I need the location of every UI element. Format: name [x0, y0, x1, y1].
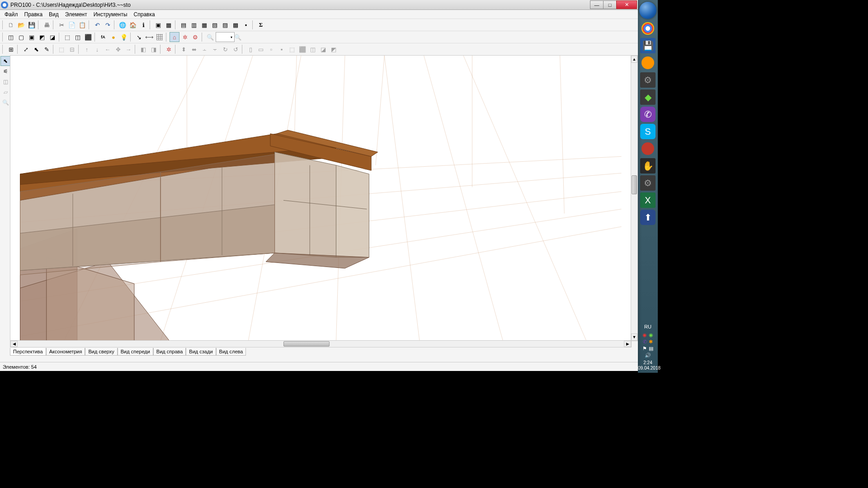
tray-icon[interactable]: ◉ — [642, 332, 647, 338]
scroll-right-button[interactable]: ▶ — [624, 341, 631, 347]
solid2-button[interactable]: ◪ — [47, 32, 57, 42]
paste-button[interactable]: 📋 — [77, 20, 87, 30]
taskbar-app-red-icon[interactable] — [640, 141, 656, 156]
tab-top[interactable]: Вид сверху — [85, 348, 117, 356]
box3-button[interactable]: ⬛ — [83, 32, 93, 42]
taskbar-up-icon[interactable]: ⬆ — [640, 210, 656, 225]
scroll-down-button[interactable]: ▼ — [631, 333, 637, 341]
window2-button[interactable]: ▦ — [164, 20, 174, 30]
taskbar-chrome-icon[interactable] — [640, 21, 656, 36]
move1-button[interactable]: ⤢ — [21, 44, 31, 54]
maximize-button[interactable]: □ — [603, 0, 617, 9]
refresh-button[interactable]: ✲ — [164, 44, 174, 54]
tab-axonometry[interactable]: Аксонометрия — [46, 348, 85, 356]
label-button[interactable]: fA — [98, 32, 108, 42]
tray-volume-icon[interactable]: 🔊 — [645, 352, 651, 358]
tray-clock[interactable]: 2:24 09.04.2018 — [638, 360, 658, 371]
hscroll-thumb[interactable] — [283, 341, 330, 347]
list3-button[interactable]: ▦ — [199, 20, 209, 30]
cut-button[interactable]: ✂ — [57, 20, 66, 30]
material-button[interactable]: ● — [108, 32, 118, 42]
arrow-button[interactable]: ↘ — [134, 32, 144, 42]
scroll-up-button[interactable]: ▲ — [631, 56, 637, 63]
grid-button[interactable] — [155, 32, 165, 42]
menubar: Файл Правка Вид Элемент Инструменты Спра… — [0, 10, 638, 19]
gear-button[interactable]: ⚙ — [190, 32, 200, 42]
scroll-left-button[interactable]: ◀ — [10, 341, 18, 347]
vscroll-thumb[interactable] — [632, 175, 637, 194]
horizontal-scrollbar[interactable]: ◀ ▶ — [10, 340, 632, 347]
tray-icon[interactable]: ◉ — [649, 332, 653, 338]
menu-view[interactable]: Вид — [46, 10, 62, 19]
info-button[interactable]: ℹ — [138, 20, 148, 30]
menu-tools[interactable]: Инструменты — [90, 10, 131, 19]
grid2-button[interactable]: ⊞ — [6, 44, 16, 54]
pointer-tool[interactable]: ⬉ — [0, 56, 10, 66]
light-button[interactable]: 💡 — [119, 32, 129, 42]
tray-network-icon[interactable]: ▤ — [649, 346, 653, 352]
copy-button[interactable]: 📄 — [67, 20, 77, 30]
taskbar-hand-icon[interactable]: ✋ — [640, 158, 656, 174]
tab-perspective[interactable]: Перспектива — [10, 348, 46, 356]
snap-button[interactable]: ⌂ — [170, 32, 179, 42]
tray-flag-icon[interactable]: ⚑ — [642, 346, 647, 352]
tab-back[interactable]: Вид сзади — [186, 348, 216, 356]
taskbar-excel-icon[interactable]: X — [640, 192, 656, 208]
window1-button[interactable]: ▣ — [153, 20, 163, 30]
taskbar-skype-icon[interactable]: S — [640, 124, 656, 139]
tray-language[interactable]: RU — [638, 324, 658, 329]
tab-right[interactable]: Вид справа — [153, 348, 186, 356]
minimize-button[interactable]: — — [590, 0, 604, 9]
distr8-button: ◪ — [318, 44, 328, 54]
tab-left[interactable]: Вид слева — [216, 348, 246, 356]
list1-button[interactable]: ▤ — [179, 20, 189, 30]
tray-icon[interactable]: ✆ — [643, 339, 647, 345]
menu-element[interactable]: Элемент — [62, 10, 90, 19]
tab-front[interactable]: Вид спереди — [118, 348, 153, 356]
viewport-3d[interactable] — [10, 55, 632, 341]
list7-button[interactable]: ▪ — [241, 20, 251, 30]
taskbar-viber-icon[interactable]: ✆ — [640, 107, 656, 122]
dimension-button[interactable]: ⟷ — [144, 32, 154, 42]
shade1-button[interactable]: ▢ — [16, 32, 26, 42]
app-icon — [1, 1, 8, 9]
target-button[interactable]: ✲ — [180, 32, 190, 42]
solid-button[interactable]: ◩ — [37, 32, 47, 42]
open-button[interactable]: 📂 — [16, 20, 26, 30]
taskbar-wot-icon[interactable]: ⚙ — [640, 72, 656, 88]
vertical-scrollbar[interactable]: ▲ ▼ — [631, 55, 638, 341]
menu-help[interactable]: Справка — [131, 10, 158, 19]
close-button[interactable]: ✕ — [616, 0, 637, 9]
new-button[interactable]: 🗋 — [6, 20, 16, 30]
sigma-button[interactable]: Σ — [256, 20, 266, 30]
print-button[interactable]: 🖶 — [42, 20, 52, 30]
list5-button[interactable]: ▨ — [220, 20, 230, 30]
undo-button[interactable]: ↶ — [92, 20, 102, 30]
list6-button[interactable]: ▩ — [231, 20, 241, 30]
list2-button[interactable]: ▥ — [189, 20, 199, 30]
box1-button[interactable]: ⬚ — [62, 32, 72, 42]
titlebar[interactable]: PRO100 - C:\Users\Надежда\Desktop\НИЗ.~~… — [0, 0, 638, 10]
taskbar-sims-icon[interactable]: ◆ — [640, 89, 656, 105]
save-button[interactable]: 💾 — [27, 20, 37, 30]
wireframe-button[interactable]: ◫ — [6, 32, 16, 42]
app-window: PRO100 - C:\Users\Надежда\Desktop\НИЗ.~~… — [0, 0, 638, 371]
light-tool[interactable]: ⚟ — [0, 66, 10, 76]
menu-file[interactable]: Файл — [1, 10, 21, 19]
box2-button[interactable]: ◫ — [73, 32, 83, 42]
edit1-button[interactable]: ✎ — [42, 44, 52, 54]
shade2-button[interactable]: ▣ — [27, 32, 37, 42]
home-button[interactable]: 🏠 — [128, 20, 138, 30]
start-button[interactable] — [639, 2, 656, 19]
taskbar-firefox-icon[interactable] — [640, 55, 656, 70]
redo-button[interactable]: ↷ — [103, 20, 113, 30]
menu-edit[interactable]: Правка — [21, 10, 46, 19]
taskbar-wot2-icon[interactable]: ⚙ — [640, 175, 656, 191]
list4-button[interactable]: ▧ — [210, 20, 220, 30]
align2-button: ⬌ — [189, 44, 199, 54]
taskbar-save-icon[interactable]: 💾 — [640, 38, 656, 53]
tray-icon[interactable]: ✱ — [649, 339, 653, 345]
web-button[interactable]: 🌐 — [118, 20, 127, 30]
select-button[interactable]: ⬉ — [31, 44, 41, 54]
align3-button: ⫠ — [199, 44, 209, 54]
